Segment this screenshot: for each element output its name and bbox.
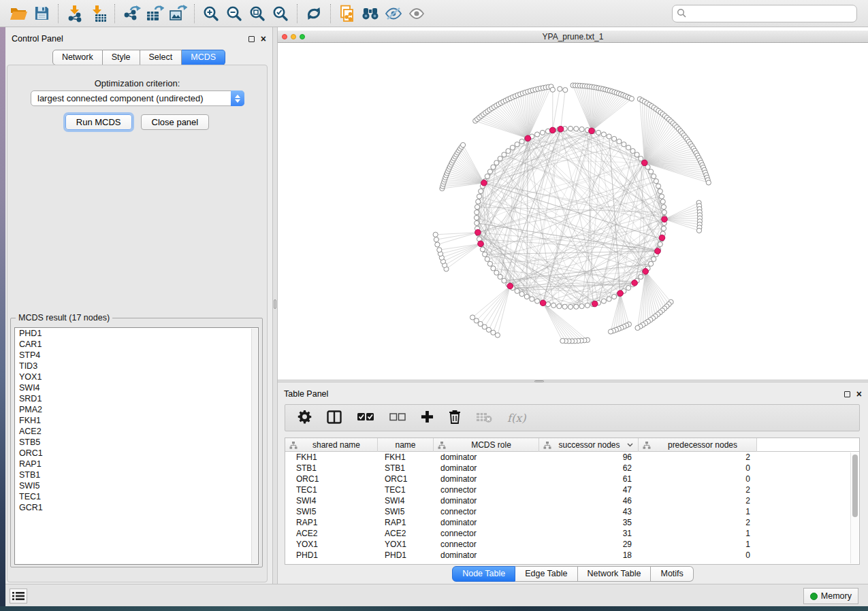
network-node[interactable] bbox=[607, 134, 611, 139]
search-input[interactable] bbox=[672, 5, 857, 22]
table-cell[interactable]: ACE2 bbox=[285, 528, 378, 539]
network-node[interactable] bbox=[540, 130, 545, 135]
network-node[interactable] bbox=[601, 299, 606, 303]
network-node[interactable] bbox=[648, 261, 653, 266]
table-cell[interactable]: FKH1 bbox=[285, 452, 378, 463]
task-history-button[interactable] bbox=[10, 589, 27, 604]
mcds-result-item[interactable]: STB1 bbox=[15, 469, 258, 480]
show-graphics-button[interactable] bbox=[405, 3, 428, 24]
table-cell[interactable]: YOX1 bbox=[378, 539, 434, 550]
column-header-name[interactable]: name bbox=[378, 438, 434, 452]
add-column-button[interactable] bbox=[421, 410, 434, 425]
network-node[interactable] bbox=[659, 194, 664, 199]
table-cell[interactable]: RAP1 bbox=[378, 517, 434, 528]
table-row[interactable]: RAP1RAP1dominator352 bbox=[285, 517, 859, 528]
table-cell[interactable]: STB1 bbox=[285, 463, 378, 474]
tab-node-table[interactable]: Node Table bbox=[452, 566, 515, 582]
zoom-selected-button[interactable] bbox=[269, 3, 292, 24]
network-node[interactable] bbox=[607, 297, 611, 301]
leaf-node[interactable] bbox=[433, 232, 438, 237]
column-header-successor-nodes[interactable]: successor nodes bbox=[539, 438, 639, 452]
table-cell[interactable]: 35 bbox=[539, 517, 639, 528]
zoom-out-button[interactable] bbox=[223, 3, 246, 24]
mcds-result-item[interactable]: ACE2 bbox=[15, 426, 258, 437]
leaf-node[interactable] bbox=[491, 330, 496, 335]
tab-network[interactable]: Network bbox=[52, 50, 103, 65]
dominator-node[interactable] bbox=[558, 126, 564, 132]
network-node[interactable] bbox=[661, 205, 666, 210]
mcds-result-item[interactable]: STB5 bbox=[15, 437, 258, 448]
table-row[interactable]: SWI5SWI5connector431 bbox=[285, 506, 859, 517]
table-cell[interactable]: 29 bbox=[539, 539, 639, 550]
table-row[interactable]: TEC1TEC1connector472 bbox=[285, 484, 859, 495]
network-node[interactable] bbox=[630, 148, 635, 153]
network-node[interactable] bbox=[476, 199, 481, 204]
dominator-node[interactable] bbox=[481, 180, 487, 186]
network-node[interactable] bbox=[545, 302, 550, 307]
table-row[interactable]: STB1STB1dominator620 bbox=[285, 463, 859, 474]
save-session-button[interactable] bbox=[30, 3, 53, 24]
table-cell[interactable]: connector bbox=[434, 484, 539, 495]
leaf-node[interactable] bbox=[563, 88, 568, 93]
network-node[interactable] bbox=[494, 270, 499, 275]
mcds-result-item[interactable]: GCR1 bbox=[15, 502, 258, 513]
tab-edge-table[interactable]: Edge Table bbox=[515, 566, 577, 582]
table-cell[interactable]: SWI4 bbox=[378, 495, 434, 506]
network-canvas[interactable] bbox=[278, 43, 868, 380]
network-node[interactable] bbox=[648, 169, 653, 174]
column-header-predecessor-nodes[interactable]: predecessor nodes bbox=[639, 438, 757, 452]
network-node[interactable] bbox=[485, 257, 489, 261]
deselect-all-button[interactable] bbox=[389, 413, 406, 423]
network-node[interactable] bbox=[483, 252, 487, 257]
dominator-node[interactable] bbox=[632, 280, 638, 286]
float-panel-icon[interactable] bbox=[844, 391, 850, 397]
leaf-node[interactable] bbox=[434, 237, 438, 242]
table-row[interactable]: FKH1FKH1dominator962 bbox=[285, 452, 859, 463]
vertical-splitter[interactable] bbox=[272, 27, 278, 584]
table-cell[interactable]: 31 bbox=[539, 528, 639, 539]
mcds-result-item[interactable]: SRD1 bbox=[15, 393, 258, 404]
network-node[interactable] bbox=[568, 126, 573, 131]
network-node[interactable] bbox=[652, 174, 656, 179]
mcds-result-item[interactable]: ORC1 bbox=[15, 448, 258, 459]
network-node[interactable] bbox=[519, 292, 524, 297]
table-cell[interactable]: 18 bbox=[539, 550, 639, 561]
mcds-result-item[interactable]: SWI5 bbox=[15, 480, 258, 491]
table-cell[interactable]: 0 bbox=[639, 474, 757, 484]
network-node[interactable] bbox=[658, 188, 662, 193]
memory-button[interactable]: Memory bbox=[803, 588, 858, 604]
network-node[interactable] bbox=[579, 127, 584, 131]
export-table-button[interactable] bbox=[143, 3, 166, 24]
network-node[interactable] bbox=[487, 261, 492, 266]
dominator-node[interactable] bbox=[549, 127, 556, 133]
network-node[interactable] bbox=[652, 257, 656, 261]
dominator-node[interactable] bbox=[478, 241, 484, 247]
network-node[interactable] bbox=[634, 152, 639, 157]
zoom-in-button[interactable] bbox=[199, 3, 223, 24]
table-cell[interactable]: STB1 bbox=[378, 463, 434, 474]
network-node[interactable] bbox=[658, 242, 662, 246]
leaf-node[interactable] bbox=[437, 248, 442, 252]
mcds-result-item[interactable]: RAP1 bbox=[15, 459, 258, 469]
table-cell[interactable]: connector bbox=[434, 539, 539, 550]
table-cell[interactable]: dominator bbox=[434, 452, 539, 463]
network-node[interactable] bbox=[502, 152, 507, 157]
network-node[interactable] bbox=[579, 303, 584, 308]
refresh-view-button[interactable] bbox=[302, 3, 325, 24]
table-cell[interactable]: 2 bbox=[639, 517, 757, 528]
table-row[interactable]: ACE2ACE2connector311 bbox=[285, 528, 859, 539]
network-node[interactable] bbox=[585, 303, 590, 308]
table-cell[interactable]: dominator bbox=[434, 495, 539, 506]
table-cell[interactable]: 96 bbox=[539, 452, 639, 463]
table-cell[interactable]: 2 bbox=[639, 495, 757, 506]
network-titlebar[interactable]: YPA_prune.txt_1 bbox=[278, 31, 868, 43]
network-node[interactable] bbox=[612, 294, 617, 299]
network-node[interactable] bbox=[474, 215, 479, 220]
splitter-handle[interactable] bbox=[274, 299, 276, 309]
network-node[interactable] bbox=[574, 304, 579, 309]
network-node[interactable] bbox=[551, 303, 556, 308]
table-cell[interactable]: ORC1 bbox=[285, 474, 378, 484]
leaf-node[interactable] bbox=[696, 228, 701, 233]
close-panel-button[interactable]: Close panel bbox=[141, 114, 210, 130]
table-cell[interactable]: FKH1 bbox=[378, 452, 434, 463]
